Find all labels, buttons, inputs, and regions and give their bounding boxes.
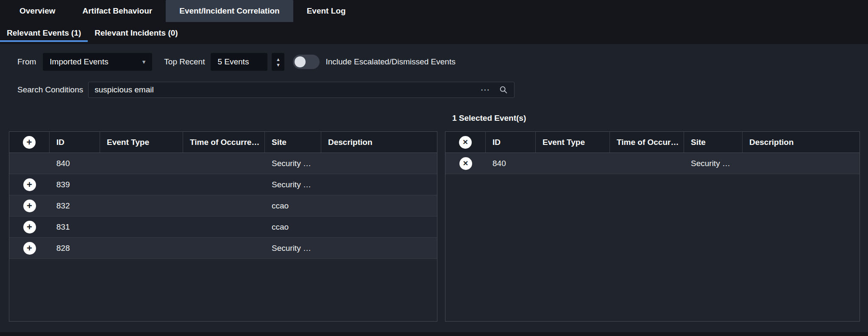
event-row[interactable]: +828Security … bbox=[9, 238, 437, 259]
column-header: ID bbox=[486, 132, 536, 153]
include-escalated-label: Include Escalated/Dismissed Events bbox=[326, 57, 455, 67]
event-row[interactable]: +832ccao bbox=[9, 195, 437, 217]
cell-time_of_occurrence bbox=[183, 238, 265, 258]
column-header: Event Type bbox=[100, 132, 183, 153]
row-action-cell: + bbox=[9, 217, 50, 237]
correlation-panel: From Imported Events ▾ Top Recent 5 Even… bbox=[0, 44, 868, 332]
search-conditions-input[interactable]: suspicious email ⋯ bbox=[88, 82, 515, 98]
cell-event_type bbox=[100, 217, 183, 237]
cell-site: Security … bbox=[265, 153, 321, 174]
top-recent-label: Top Recent bbox=[164, 57, 205, 67]
sub-tab-bar: Relevant Events (1) Relevant Incidents (… bbox=[0, 22, 868, 44]
more-options-icon[interactable]: ⋯ bbox=[480, 84, 490, 95]
search-bar: Search Conditions suspicious email ⋯ bbox=[17, 82, 515, 98]
column-header: Event Type bbox=[536, 132, 610, 153]
cell-event_type bbox=[100, 195, 183, 216]
relevant-events-table: +IDEvent TypeTime of Occurre…SiteDescrip… bbox=[9, 131, 437, 322]
add-event-icon[interactable]: + bbox=[23, 242, 36, 255]
cell-id: 840 bbox=[50, 153, 100, 174]
top-recent-stepper: ▲ ▼ bbox=[272, 53, 284, 71]
cell-description bbox=[743, 153, 860, 174]
cell-site: ccao bbox=[265, 217, 321, 237]
cell-event_type bbox=[100, 153, 183, 174]
cell-site: Security … bbox=[265, 238, 321, 258]
event-row[interactable]: ✕840Security … bbox=[445, 153, 860, 174]
cell-id: 831 bbox=[50, 217, 100, 237]
add-event-icon[interactable]: + bbox=[23, 221, 36, 233]
cell-id: 840 bbox=[486, 153, 536, 174]
cell-time_of_occurrence bbox=[183, 195, 265, 216]
remove-event-icon[interactable]: ✕ bbox=[459, 157, 472, 170]
cell-event_type bbox=[100, 174, 183, 195]
cell-site: Security … bbox=[684, 153, 743, 174]
selected-events-table: ✕IDEvent TypeTime of Occur…SiteDescripti… bbox=[445, 131, 860, 322]
top-recent-value: 5 Events bbox=[217, 57, 249, 67]
top-tab-bar: Overview Artifact Behaviour Event/Incide… bbox=[0, 0, 868, 22]
tab-event-log[interactable]: Event Log bbox=[293, 0, 359, 22]
cell-time_of_occurrence bbox=[610, 153, 684, 174]
column-header: Time of Occurre… bbox=[183, 132, 265, 153]
column-header: Site bbox=[265, 132, 321, 153]
cell-description bbox=[321, 174, 437, 195]
column-header: Description bbox=[743, 132, 860, 153]
cell-id: 839 bbox=[50, 174, 100, 195]
add-event-icon[interactable]: + bbox=[23, 178, 36, 191]
tab-artifact-behaviour[interactable]: Artifact Behaviour bbox=[69, 0, 166, 22]
cell-site: ccao bbox=[265, 195, 321, 216]
stepper-down-icon[interactable]: ▼ bbox=[276, 63, 281, 67]
cell-site: Security … bbox=[265, 174, 321, 195]
stepper-up-icon[interactable]: ▲ bbox=[276, 57, 281, 61]
tab-overview[interactable]: Overview bbox=[6, 0, 69, 22]
event-row[interactable]: +839Security … bbox=[9, 174, 437, 195]
from-select[interactable]: Imported Events ▾ bbox=[43, 53, 152, 71]
add-all-events-icon[interactable]: + bbox=[23, 136, 36, 149]
column-header: Time of Occur… bbox=[610, 132, 684, 153]
row-action-cell: + bbox=[9, 238, 50, 258]
tab-relevant-events[interactable]: Relevant Events (1) bbox=[0, 22, 88, 44]
table-body: 840Security …+839Security …+832ccao+831c… bbox=[9, 153, 437, 321]
tab-relevant-incidents[interactable]: Relevant Incidents (0) bbox=[88, 22, 184, 44]
column-header: Site bbox=[684, 132, 743, 153]
top-recent-input[interactable]: 5 Events bbox=[211, 53, 267, 71]
remove-all-events-icon[interactable]: ✕ bbox=[459, 136, 472, 149]
search-value: suspicious email bbox=[95, 85, 480, 94]
event-row[interactable]: +831ccao bbox=[9, 217, 437, 238]
cell-event_type bbox=[536, 153, 610, 174]
cell-time_of_occurrence bbox=[183, 217, 265, 237]
cell-description bbox=[321, 238, 437, 258]
add-event-icon[interactable]: + bbox=[23, 200, 36, 212]
tables-area: +IDEvent TypeTime of Occurre…SiteDescrip… bbox=[9, 131, 860, 322]
header-action-cell: + bbox=[9, 132, 50, 153]
row-action-cell bbox=[9, 153, 50, 174]
search-conditions-label: Search Conditions bbox=[17, 85, 83, 94]
row-action-cell: ✕ bbox=[445, 153, 486, 174]
selected-events-count: 1 Selected Event(s) bbox=[452, 114, 526, 123]
row-action-cell: + bbox=[9, 195, 50, 216]
table-body: ✕840Security … bbox=[445, 153, 860, 321]
from-select-value: Imported Events bbox=[50, 57, 108, 67]
cell-description bbox=[321, 217, 437, 237]
cell-description bbox=[321, 153, 437, 174]
table-header: ✕IDEvent TypeTime of Occur…SiteDescripti… bbox=[445, 132, 860, 153]
include-escalated-toggle[interactable] bbox=[293, 55, 320, 69]
row-action-cell: + bbox=[9, 174, 50, 195]
cell-time_of_occurrence bbox=[183, 153, 265, 174]
column-header: Description bbox=[321, 132, 437, 153]
cell-id: 832 bbox=[50, 195, 100, 216]
cell-time_of_occurrence bbox=[183, 174, 265, 195]
table-header: +IDEvent TypeTime of Occurre…SiteDescrip… bbox=[9, 132, 437, 153]
cell-event_type bbox=[100, 238, 183, 258]
header-action-cell: ✕ bbox=[445, 132, 486, 153]
caret-down-icon: ▾ bbox=[142, 58, 146, 66]
from-label: From bbox=[17, 57, 36, 67]
cell-id: 828 bbox=[50, 238, 100, 258]
filter-bar: From Imported Events ▾ Top Recent 5 Even… bbox=[17, 53, 456, 71]
cell-description bbox=[321, 195, 437, 216]
column-header: ID bbox=[50, 132, 100, 153]
toggle-knob bbox=[295, 56, 306, 67]
search-icon[interactable] bbox=[499, 85, 508, 94]
event-row[interactable]: 840Security … bbox=[9, 153, 437, 174]
tab-event-incident-correlation[interactable]: Event/Incident Correlation bbox=[166, 0, 293, 22]
